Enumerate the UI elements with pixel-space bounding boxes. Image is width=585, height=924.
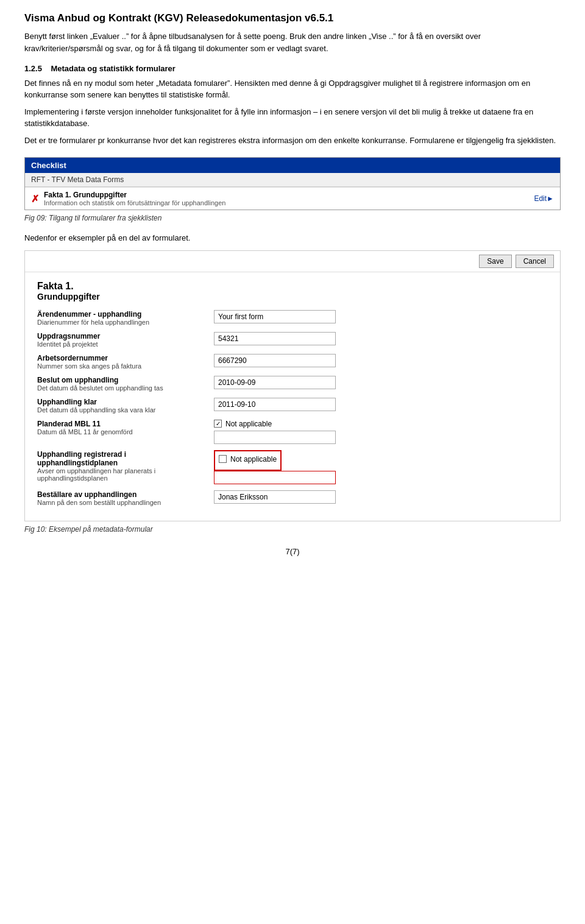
form-field-value xyxy=(214,354,548,367)
field-label-main: Planderad MBL 11 xyxy=(37,420,208,428)
not-applicable-label-red: Not applicable xyxy=(230,455,277,464)
field-label-sub: Nummer som ska anges på faktura xyxy=(37,362,208,370)
form-text-input[interactable] xyxy=(214,332,336,345)
form-field-value xyxy=(214,332,548,345)
red-x-icon: ✗ xyxy=(31,193,39,205)
checklist-row-inner: Fakta 1. Grunduppgifter Information och … xyxy=(44,191,534,206)
field-label-main: Arbetsordernummer xyxy=(37,354,208,362)
checklist-edit-link[interactable]: Edit► xyxy=(534,194,554,203)
form-text-input[interactable] xyxy=(214,354,336,367)
section-text1: Det finnes nå en ny modul som heter „Met… xyxy=(24,77,561,101)
cancel-button[interactable]: Cancel xyxy=(516,255,554,268)
form-field-label: Upphandling klarDet datum då upphandling… xyxy=(37,398,214,414)
form-field-label: Beslut om upphandlingDet datum då beslut… xyxy=(37,376,214,392)
form-text-input[interactable] xyxy=(214,398,336,411)
red-field-wrapper: Not applicable xyxy=(214,450,548,484)
form-text-input-red[interactable] xyxy=(214,471,336,484)
form-field-row: Upphandling registrerad i upphandlingsti… xyxy=(37,450,548,484)
form-text-input[interactable] xyxy=(214,310,336,323)
form-field-label: Planderad MBL 11Datum då MBL 11 år genom… xyxy=(37,420,214,436)
field-label-main: Beställare av upphandlingen xyxy=(37,490,208,499)
section-text2: Implementering i første versjon innehold… xyxy=(24,106,561,130)
form-field-label: Ärendenummer - upphandlingDiarienummer f… xyxy=(37,310,214,326)
save-button[interactable]: Save xyxy=(479,255,511,268)
red-border-box: Not applicable xyxy=(214,450,282,471)
form-field-value xyxy=(214,398,548,411)
field-label-main: Beslut om upphandling xyxy=(37,376,208,384)
checklist-item-desc: Information och statistik om förutsättni… xyxy=(44,199,534,206)
checkbox-row-red: Not applicable xyxy=(219,455,277,464)
checkbox-row: ✓Not applicable xyxy=(214,420,548,428)
field-label-sub: Namn på den som beställt upphandlingen xyxy=(37,499,208,506)
field-label-sub: Identitet på projektet xyxy=(37,340,208,348)
form-field-row: Planderad MBL 11Datum då MBL 11 år genom… xyxy=(37,420,548,444)
form-field-value xyxy=(214,490,548,504)
intro-para: Benytt først linken „Evaluer ..” for å å… xyxy=(24,30,561,54)
not-applicable-label: Not applicable xyxy=(225,420,272,428)
form-field-row: Upphandling klarDet datum då upphandling… xyxy=(37,398,548,414)
form-field-value: ✓Not applicable xyxy=(214,420,548,444)
form-example-wrapper: Save Cancel Fakta 1. Grunduppgifter Ären… xyxy=(24,250,561,521)
form-field-label: Upphandling registrerad i upphandlingsti… xyxy=(37,450,214,482)
field-label-main: Ärendenummer - upphandling xyxy=(37,310,208,319)
checkbox-checked[interactable]: ✓ xyxy=(214,420,222,428)
checkbox-unchecked[interactable] xyxy=(219,455,227,463)
form-main-title: Fakta 1. xyxy=(37,281,548,292)
form-content: Fakta 1. Grunduppgifter Ärendenummer - u… xyxy=(25,272,560,521)
form-text-input[interactable] xyxy=(214,376,336,389)
form-field-row: Beställare av upphandlingenNamn på den s… xyxy=(37,490,548,506)
checklist-box: Checklist RFT - TFV Meta Data Forms ✗ Fa… xyxy=(24,157,561,210)
form-field-value xyxy=(214,376,548,389)
checklist-item-title: Fakta 1. Grunduppgifter xyxy=(44,191,534,199)
form-field-label: UppdragsnummerIdentitet på projektet xyxy=(37,332,214,348)
form-field-row: ArbetsordernummerNummer som ska anges på… xyxy=(37,354,548,370)
form-field-value: Not applicable xyxy=(214,450,548,484)
checklist-subheader: RFT - TFV Meta Data Forms xyxy=(25,173,560,187)
field-label-main: Uppdragsnummer xyxy=(37,332,208,340)
fig10-caption: Fig 10: Eksempel på metadata-formular xyxy=(24,524,561,535)
form-field-label: Beställare av upphandlingenNamn på den s… xyxy=(37,490,214,506)
field-label-sub: Det datum då upphandling ska vara klar xyxy=(37,406,208,414)
form-title-block: Fakta 1. Grunduppgifter xyxy=(37,281,548,302)
field-label-sub: Datum då MBL 11 år genomförd xyxy=(37,428,208,436)
field-label-sub: Det datum då beslutet om upphandling tas xyxy=(37,384,208,392)
form-fields-container: Ärendenummer - upphandlingDiarienummer f… xyxy=(37,310,548,506)
form-field-row: Beslut om upphandlingDet datum då beslut… xyxy=(37,376,548,392)
form-field-row: Ärendenummer - upphandlingDiarienummer f… xyxy=(37,310,548,326)
field-label-sub: Diarienummer för hela upphandlingen xyxy=(37,319,208,326)
field-label-main: Upphandling klar xyxy=(37,398,208,406)
fig09-caption: Fig 09: Tilgang til formularer fra sjekk… xyxy=(24,213,561,224)
section-text3: Det er tre formularer pr konkurranse hvo… xyxy=(24,135,561,147)
checklist-item-row: ✗ Fakta 1. Grunduppgifter Information oc… xyxy=(25,187,560,210)
page-footer: 7(7) xyxy=(24,547,561,556)
checklist-header: Checklist xyxy=(25,158,560,173)
field-label-sub: Avser om upphandlingen har planerats i u… xyxy=(37,467,208,482)
field-label-main: Upphandling registrerad i upphandlingsti… xyxy=(37,450,208,467)
example-intro-para: Nedenfor er eksempler på en del av formu… xyxy=(24,232,561,244)
page-title: Visma Anbud og Kontrakt (KGV) Releasedok… xyxy=(24,12,561,24)
section-heading: 1.2.5 Metadata og statistikk formularer xyxy=(24,63,561,75)
form-text-input-below-checkbox[interactable] xyxy=(214,431,336,444)
form-field-value xyxy=(214,310,548,323)
form-sub-title: Grunduppgifter xyxy=(37,292,548,302)
form-field-row: UppdragsnummerIdentitet på projektet xyxy=(37,332,548,348)
form-text-input[interactable] xyxy=(214,490,336,504)
form-top-bar: Save Cancel xyxy=(25,251,560,272)
form-field-label: ArbetsordernummerNummer som ska anges på… xyxy=(37,354,214,370)
